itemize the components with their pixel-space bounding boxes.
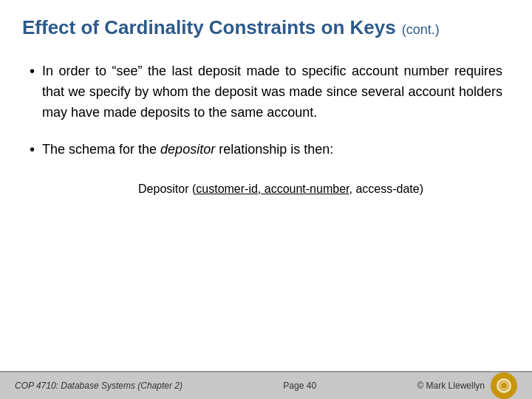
bullet-dot-2: • [30,141,35,158]
bullet2-italic: depositor [160,142,215,157]
slide-content: • In order to “see” the last deposit mad… [0,47,532,371]
depositor-underlined: customer-id, account-number [196,183,349,195]
slide-header: Effect of Cardinality Constraints on Key… [0,0,532,47]
footer-copyright: © Mark Llewellyn [417,381,485,391]
footer-course: COP 4710: Database Systems (Chapter 2) [15,381,183,391]
bullet2-post: relationship is then: [215,142,333,157]
title-row: Effect of Cardinality Constraints on Key… [22,16,510,39]
depositor-block: Depositor (customer-id, account-number, … [30,177,502,196]
slide-title: Effect of Cardinality Constraints on Key… [22,16,396,39]
bullet2-pre: The schema for the [42,142,160,157]
slide-title-cont: (cont.) [402,22,440,38]
logo-inner-ring2 [499,381,508,390]
footer-right: © Mark Llewellyn [417,372,517,399]
slide: Effect of Cardinality Constraints on Key… [0,0,532,399]
slide-footer: COP 4710: Database Systems (Chapter 2) P… [0,371,532,399]
bullet-item-1: • In order to “see” the last deposit mad… [30,61,502,123]
bullet-text-1: In order to “see” the last deposit made … [42,61,502,123]
footer-page: Page 40 [283,381,316,391]
depositor-rest: , access-date) [349,183,423,195]
depositor-label: Depositor ( [138,183,196,195]
logo-icon [491,372,517,399]
bullet-item-2: • The schema for the depositor relations… [30,140,502,160]
bullet-text-2: The schema for the depositor relationshi… [42,140,333,160]
bullet-dot-1: • [30,63,35,80]
